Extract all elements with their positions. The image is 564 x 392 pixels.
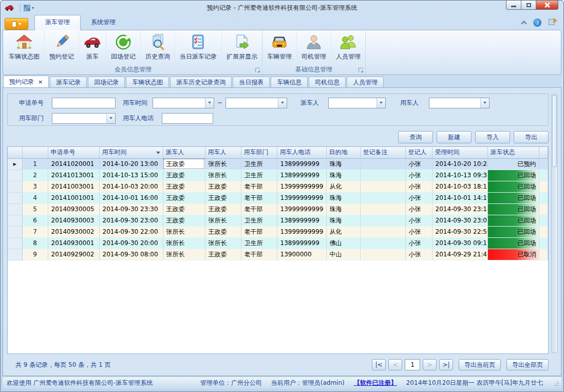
cell[interactable]: 小张 xyxy=(405,249,432,260)
cell[interactable]: 2014-10-13 09:34 xyxy=(432,170,487,181)
cell[interactable]: 小张 xyxy=(405,203,432,215)
export-button[interactable]: 导出 xyxy=(514,131,549,143)
table-row[interactable]: 5201409300052014-09-30 23:30王政委王政委老干部139… xyxy=(8,203,548,215)
cell[interactable]: 20140929002 xyxy=(48,249,99,260)
cell[interactable]: 张所长 xyxy=(205,215,241,226)
cell[interactable]: 佛山 xyxy=(326,237,360,249)
doc-tab-driver-info[interactable]: 司机信息 xyxy=(309,77,346,87)
cell[interactable]: 中山 xyxy=(326,249,360,260)
chevron-down-icon[interactable] xyxy=(106,114,115,123)
cell[interactable]: 2014-09-30 23:30 xyxy=(99,203,163,215)
dialog-launcher-icon[interactable] xyxy=(255,68,260,72)
export-current-page-button[interactable]: 导出当前页 xyxy=(459,359,501,370)
app-menu-button[interactable] xyxy=(5,18,28,30)
chevron-down-icon[interactable] xyxy=(205,98,214,108)
quick-access-toolbar-button[interactable]: ▾ xyxy=(24,5,34,11)
last-page-button[interactable]: >| xyxy=(439,359,453,370)
table-row[interactable]: 3201410030012014-10-03 20:00王政委王政委老干部139… xyxy=(8,181,548,192)
table-row[interactable]: 9201409290022014-09-30 08:00张所长王政委老干部139… xyxy=(8,249,548,260)
cell[interactable] xyxy=(360,158,405,170)
doc-tab-vehicle-info[interactable]: 车辆信息 xyxy=(271,77,308,87)
dialog-launcher-icon[interactable] xyxy=(359,68,363,72)
doc-tab-dispatch-records[interactable]: 派车记录 xyxy=(50,77,87,87)
ribbon-item-vehicle-management[interactable]: 车辆管理 xyxy=(262,31,297,65)
cell[interactable]: 2014-09-30 23:05 xyxy=(432,215,487,226)
maximize-button[interactable] xyxy=(521,1,536,10)
cell[interactable]: 王政委 xyxy=(205,203,241,215)
table-row[interactable]: 7201409300022014-09-30 22:00张所长王政委老干部139… xyxy=(8,226,548,237)
cell[interactable] xyxy=(360,181,405,192)
column-header[interactable]: 受理时间 xyxy=(432,147,487,158)
column-header[interactable]: 用车人 xyxy=(205,147,241,158)
cell[interactable]: 张所长 xyxy=(205,170,241,181)
cell[interactable]: 从化 xyxy=(326,226,360,237)
ribbon-item-extend-screen-display[interactable]: 扩展屏显示 xyxy=(222,31,262,65)
cell[interactable]: 王政委 xyxy=(163,158,205,170)
cell[interactable]: 珠海 xyxy=(326,158,360,170)
close-tab-icon[interactable]: × xyxy=(38,79,43,85)
cell[interactable]: 王政委 xyxy=(163,215,205,226)
page-number-input[interactable] xyxy=(405,359,420,370)
cell[interactable]: 张所长 xyxy=(205,158,241,170)
chevron-down-icon[interactable] xyxy=(278,98,287,108)
cell[interactable]: 珠海 xyxy=(326,215,360,226)
user-phone-input[interactable] xyxy=(162,113,213,124)
cell[interactable]: 小张 xyxy=(405,170,432,181)
cell[interactable] xyxy=(360,237,405,249)
cell[interactable] xyxy=(360,170,405,181)
cell[interactable]: 张所长 xyxy=(205,237,241,249)
cell[interactable]: 老干部 xyxy=(241,181,277,192)
first-page-button[interactable]: |< xyxy=(372,359,386,370)
table-row[interactable]: ▶ 1201410200012014-10-20 13:00王政委张所长卫生所1… xyxy=(8,158,548,170)
close-button[interactable] xyxy=(536,1,558,10)
doc-tab-vehicle-status-map[interactable]: 车辆状态图 xyxy=(126,77,169,87)
ribbon-item-dispatch-vehicle[interactable]: 派车 xyxy=(79,31,106,65)
cell[interactable]: 王政委 xyxy=(205,226,241,237)
cell[interactable] xyxy=(360,203,405,215)
cell[interactable]: 2014-09-30 22:59 xyxy=(432,226,487,237)
cell[interactable]: 2014-09-30 09:17 xyxy=(432,237,487,249)
cell[interactable]: 卫生所 xyxy=(241,215,277,226)
doc-tab-reservation-records[interactable]: 预约记录× xyxy=(3,76,49,87)
title-bar[interactable]: 预约记录 - 广州爱奇迪软件科技有限公司-派车管理系统 ▾ xyxy=(3,1,561,15)
cell[interactable]: 2014-09-30 20:00 xyxy=(99,237,163,249)
doc-tab-personnel-management[interactable]: 人员管理 xyxy=(347,77,384,87)
column-header[interactable]: 申请单号 xyxy=(48,147,99,158)
cell[interactable]: 小张 xyxy=(405,158,432,170)
chevron-down-icon[interactable] xyxy=(377,98,385,108)
department-combo[interactable] xyxy=(52,113,116,124)
collapse-ribbon-icon[interactable] xyxy=(521,21,527,26)
cell[interactable]: 小张 xyxy=(405,215,432,226)
ribbon-item-history-query[interactable]: 历史查询 xyxy=(141,31,175,65)
software-registered-link[interactable]: 【软件已注册】 xyxy=(354,379,397,387)
cell[interactable]: 20141013001 xyxy=(48,170,99,181)
cell[interactable]: 2014-09-30 08:00 xyxy=(99,249,163,260)
column-header[interactable]: 目的地 xyxy=(326,147,360,158)
cell[interactable]: 小张 xyxy=(405,237,432,249)
dispatcher-combo[interactable] xyxy=(328,98,386,108)
vertical-scrollbar[interactable] xyxy=(551,94,558,353)
table-row[interactable]: 6201409300032014-09-30 23:00王政委张所长卫生所138… xyxy=(8,215,548,226)
table-row[interactable]: 2201410130012014-10-13 15:00王政委张所长卫生所138… xyxy=(8,170,548,181)
cell[interactable]: 20141003001 xyxy=(48,181,99,192)
cell[interactable]: 卫生所 xyxy=(241,170,277,181)
cell[interactable]: 老干部 xyxy=(241,226,277,237)
ribbon-tab-system-management[interactable]: 系统管理 xyxy=(81,15,126,30)
cell[interactable]: 王政委 xyxy=(163,170,205,181)
cell[interactable]: 13999999999 xyxy=(277,192,326,203)
cell[interactable]: 王政委 xyxy=(205,192,241,203)
cell[interactable]: 从化 xyxy=(326,181,360,192)
doc-tab-dispatch-history-query[interactable]: 派车历史记录查询 xyxy=(170,77,232,87)
cell[interactable]: 王政委 xyxy=(205,249,241,260)
cell[interactable]: 2014-10-03 20:00 xyxy=(99,181,163,192)
cell[interactable]: 老干部 xyxy=(241,203,277,215)
cell[interactable]: 小张 xyxy=(405,226,432,237)
cell[interactable]: 王政委 xyxy=(163,181,205,192)
column-header[interactable]: 登记人 xyxy=(405,147,432,158)
cell[interactable] xyxy=(360,215,405,226)
cell[interactable]: 2014-10-01 16:00 xyxy=(99,192,163,203)
user-combo[interactable] xyxy=(429,98,490,108)
cell[interactable]: 2014-10-20 13:00 xyxy=(99,158,163,170)
cell[interactable]: 1389999999 xyxy=(277,215,326,226)
cell[interactable]: 2014-09-30 23:00 xyxy=(99,215,163,226)
